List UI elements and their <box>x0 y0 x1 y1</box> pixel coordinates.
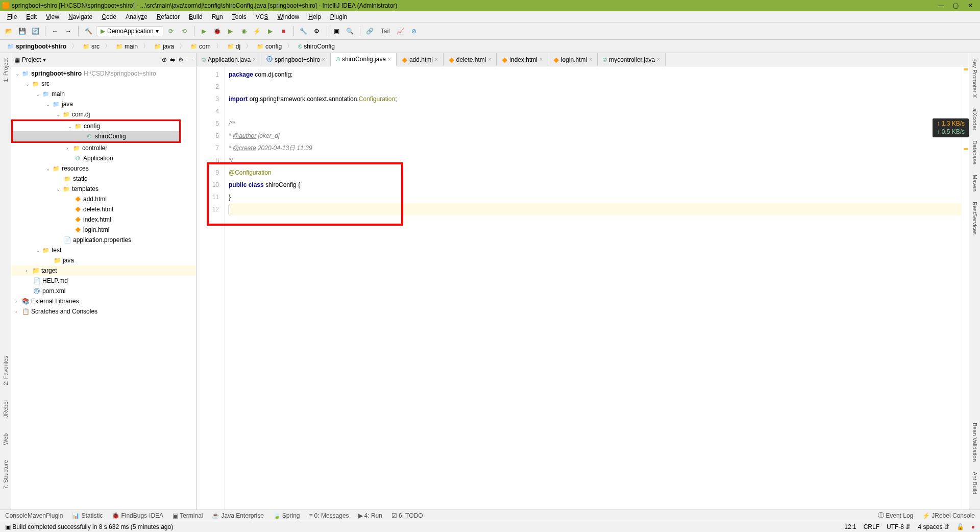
chart-icon[interactable]: 📈 <box>395 26 406 37</box>
minimize-button[interactable]: — <box>938 2 944 9</box>
close-icon[interactable]: × <box>488 57 492 62</box>
tree-help[interactable]: 📄HELP.md <box>11 276 196 286</box>
tree-src[interactable]: ⌄src <box>11 79 196 89</box>
tool-run[interactable]: ▶ 4: Run <box>358 512 382 519</box>
tool-maven[interactable]: Maven <box>972 175 978 191</box>
tool-structure[interactable]: 7: Structure <box>3 460 9 489</box>
tool-eventlog[interactable]: ⓘ Event Log <box>878 511 913 520</box>
run-debug-reload-icon[interactable]: ⟲ <box>179 26 190 37</box>
crumb-config[interactable]: config <box>254 42 285 51</box>
status-indicator-icon[interactable]: ● <box>971 523 975 530</box>
tool-keypromoter[interactable]: Key Promoter X <box>972 58 978 98</box>
tree-testjava[interactable]: 📁java <box>11 255 196 265</box>
hammer-icon[interactable]: 🔨 <box>83 26 94 37</box>
tool-consolemaven[interactable]: ConsoleMavenPlugin <box>5 512 63 519</box>
status-encoding[interactable]: UTF-8 ⇵ <box>887 523 911 530</box>
back-icon[interactable]: ← <box>50 26 61 37</box>
crumb-root[interactable]: springboot+shiro <box>4 42 69 51</box>
tool-restservices[interactable]: RestServices <box>972 202 978 235</box>
tree-application[interactable]: Application <box>11 153 196 163</box>
tree-target[interactable]: ›📁target <box>11 265 196 276</box>
tab-application[interactable]: Application.java× <box>197 53 261 66</box>
tree-add[interactable]: add.html <box>11 194 196 204</box>
close-icon[interactable]: × <box>540 57 543 62</box>
tool-statistic[interactable]: 📊 Statistic <box>72 512 103 519</box>
open-icon[interactable]: 📂 <box>3 26 14 37</box>
crumb-java[interactable]: java <box>151 42 177 51</box>
tree-root[interactable]: ⌄springboot+shiroH:\CSDN\springboot+shir… <box>11 68 196 79</box>
tool-beanvalidation[interactable]: Bean Validation <box>972 423 978 462</box>
attach-icon[interactable]: ⚡ <box>252 26 263 37</box>
menu-build[interactable]: Build <box>185 12 207 21</box>
tab-delete[interactable]: delete.html× <box>444 53 497 66</box>
tree-resources[interactable]: ⌄resources <box>11 163 196 174</box>
structure-icon[interactable]: ⚙ <box>311 26 323 37</box>
debug-icon[interactable]: 🐞 <box>212 26 223 37</box>
status-crlf[interactable]: CRLF <box>864 523 879 530</box>
tree-controller[interactable]: ›controller <box>11 143 196 153</box>
menu-run[interactable]: Run <box>208 12 227 21</box>
tree-shiroconfig[interactable]: shiroConfig <box>13 131 179 141</box>
save-icon[interactable]: 💾 <box>16 26 28 37</box>
link-icon[interactable]: 🔗 <box>364 26 376 37</box>
chevron-down-icon[interactable]: ▾ <box>43 56 46 63</box>
tool-aixcoder[interactable]: aiXcoder <box>972 108 978 130</box>
tree-scratches[interactable]: ›📋Scratches and Consoles <box>11 306 196 317</box>
code-area[interactable]: package com.dj.config; import org.spring… <box>225 66 962 510</box>
tool-project[interactable]: 1: Project <box>3 58 9 82</box>
stop-icon[interactable]: ■ <box>278 26 289 37</box>
hide-icon[interactable]: — <box>187 56 193 63</box>
tree-static[interactable]: static <box>11 174 196 184</box>
run-reload-icon[interactable]: ⟳ <box>165 26 177 37</box>
tree-config[interactable]: ⌄config <box>13 121 179 131</box>
run-icon[interactable]: ▶ <box>199 26 210 37</box>
close-icon[interactable]: × <box>589 57 592 62</box>
search-icon[interactable]: 🔍 <box>345 26 356 37</box>
menu-window[interactable]: Window <box>273 12 303 21</box>
tree-index[interactable]: index.html <box>11 214 196 225</box>
tool-todo[interactable]: ☑ 6: TODO <box>391 512 423 519</box>
close-icon[interactable]: × <box>657 57 660 62</box>
tree-extlib[interactable]: ›📚External Libraries <box>11 296 196 306</box>
tool-database[interactable]: Database <box>972 140 978 164</box>
menu-refactor[interactable]: Refactor <box>153 12 184 21</box>
collapse-icon[interactable]: ⇋ <box>170 56 175 63</box>
menu-analyze[interactable]: Analyze <box>121 12 152 21</box>
tree-main[interactable]: ⌄main <box>11 89 196 99</box>
menu-vcs[interactable]: VCS <box>252 12 273 21</box>
tree-java[interactable]: ⌄java <box>11 99 196 109</box>
tool-web[interactable]: Web <box>3 433 9 445</box>
tool-terminal[interactable]: ▣ Terminal <box>173 512 203 519</box>
menu-help[interactable]: Help <box>304 12 325 21</box>
tool-spring[interactable]: 🍃 Spring <box>273 512 300 519</box>
crumb-com[interactable]: com <box>187 42 214 51</box>
close-icon[interactable]: × <box>435 57 438 62</box>
tool-jrebelconsole[interactable]: ⚡ JRebel Console <box>922 512 975 519</box>
crumb-dj[interactable]: dj <box>224 42 243 51</box>
menu-code[interactable]: Code <box>97 12 120 21</box>
crumb-shiroconfig[interactable]: shiroConfig <box>295 42 338 51</box>
menu-edit[interactable]: Edit <box>22 12 41 21</box>
tool-messages[interactable]: ≡ 0: Messages <box>309 512 349 519</box>
tab-shiroconfig[interactable]: shiroConfig.java× <box>331 53 397 66</box>
menu-plugin[interactable]: Plugin <box>326 12 351 21</box>
ax-icon[interactable]: ▣ <box>331 26 342 37</box>
tree-appprops[interactable]: 📄application.properties <box>11 235 196 245</box>
project-header-label[interactable]: Project <box>22 56 41 63</box>
run-config-dropdown[interactable]: ▶ DemoApplication ▾ <box>96 26 163 36</box>
tab-index[interactable]: index.html× <box>497 53 548 66</box>
status-indent[interactable]: 4 spaces ⇵ <box>918 523 949 530</box>
tool-javaenterprise[interactable]: ☕ Java Enterprise <box>212 512 263 519</box>
tab-add[interactable]: add.html× <box>397 53 444 66</box>
menu-navigate[interactable]: Navigate <box>64 12 96 21</box>
tail-label[interactable]: Tail <box>378 28 393 35</box>
close-icon[interactable]: × <box>388 57 391 62</box>
menu-view[interactable]: View <box>42 12 63 21</box>
tree-pom[interactable]: ⓜpom.xml <box>11 286 196 296</box>
tool-jrebel[interactable]: JRebel <box>3 400 9 418</box>
lock-icon[interactable]: 🔓 <box>957 523 964 530</box>
profile-icon[interactable]: ◉ <box>238 26 250 37</box>
jr-icon[interactable]: ▶ <box>265 26 276 37</box>
coverage-icon[interactable]: ▶ <box>225 26 236 37</box>
gutter[interactable]: 123456789101112 <box>197 66 225 510</box>
